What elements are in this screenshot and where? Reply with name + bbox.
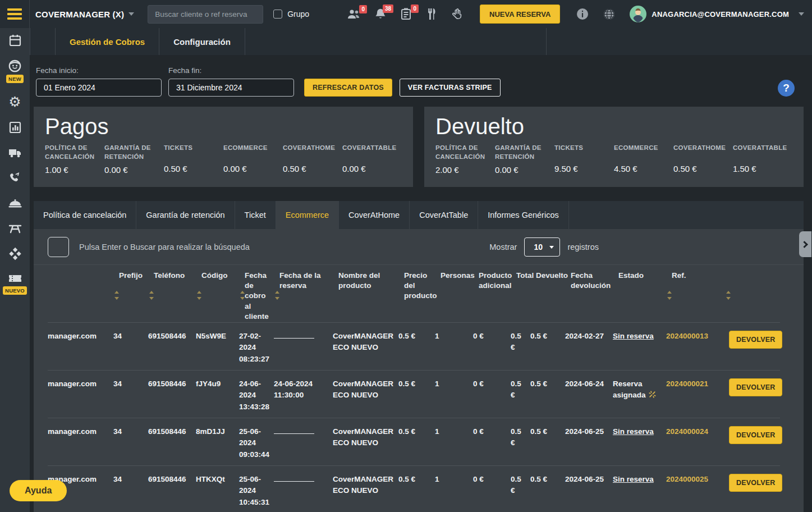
grupo-checkbox[interactable] bbox=[273, 10, 282, 19]
devolver-button[interactable]: DEVOLVER bbox=[729, 331, 782, 349]
payments-table: PrefijoTeléfonoCódigoFecha de cobro al c… bbox=[48, 265, 780, 512]
sort-icon[interactable] bbox=[240, 291, 246, 300]
report-tabs: Política de cancelación Garantía de rete… bbox=[34, 201, 804, 229]
sort-icon[interactable] bbox=[275, 291, 281, 300]
col-label: Nombre del producto bbox=[333, 271, 394, 291]
sidebar-item-calendar[interactable] bbox=[0, 34, 30, 47]
ref-link[interactable]: 2024000024 bbox=[666, 427, 708, 436]
table-search-input[interactable] bbox=[48, 237, 69, 257]
report-tab[interactable]: Política de cancelación bbox=[34, 201, 136, 229]
cell-personas: 1 bbox=[435, 418, 473, 465]
report-tab-label: Garantía de retención bbox=[146, 211, 224, 220]
sidebar-item-tickets[interactable]: NUEVO bbox=[0, 272, 30, 295]
report-panel: Política de cancelación Garantía de rete… bbox=[34, 201, 804, 512]
info-button[interactable] bbox=[576, 8, 589, 20]
fecha-inicio-input[interactable] bbox=[36, 79, 162, 97]
col-header-prefijo[interactable]: Prefijo bbox=[113, 265, 148, 322]
ref-link[interactable]: 2024000013 bbox=[666, 332, 708, 340]
cell-ref: 2024000013 bbox=[666, 323, 725, 370]
help-button[interactable]: ? bbox=[778, 80, 795, 97]
stat-value: 0.00 € bbox=[495, 165, 550, 175]
page-size-select[interactable]: 10 bbox=[524, 237, 560, 257]
summary-panels: Pagos POLÍTICA DE CANCELACIÓN 1.00 € GAR… bbox=[34, 107, 804, 187]
estado-link[interactable]: Reserva asignada bbox=[613, 380, 646, 399]
user-menu[interactable]: ANAGARCIA@COVERMANAGER.COM bbox=[630, 6, 804, 22]
stat-label: POLÍTICA DE CANCELACIÓN bbox=[435, 144, 490, 161]
sidebar-item-integrations[interactable] bbox=[0, 247, 30, 260]
report-tab[interactable]: Ticket bbox=[235, 201, 276, 229]
sidebar-item-delivery[interactable] bbox=[0, 146, 30, 159]
restaurant-button[interactable] bbox=[426, 8, 437, 20]
menu-button[interactable] bbox=[0, 0, 30, 28]
ver-facturas-stripe-button[interactable]: VER FACTURAS STRIPE bbox=[400, 79, 501, 97]
sort-icon[interactable] bbox=[197, 291, 203, 300]
mostrar-label: Mostrar bbox=[489, 243, 517, 252]
search-hint: Pulsa Enter o Buscar para realizar la bú… bbox=[79, 243, 250, 252]
report-tab[interactable]: Garantía de retención bbox=[136, 201, 235, 229]
language-button[interactable] bbox=[603, 8, 616, 21]
sort-icon[interactable] bbox=[114, 291, 120, 300]
col-header-fecha_cobro[interactable]: Fecha de cobro al cliente bbox=[239, 265, 274, 322]
cell-prefijo: 34 bbox=[113, 371, 148, 418]
report-tab[interactable]: Informes Genéricos bbox=[478, 201, 569, 229]
report-tab[interactable]: Ecommerce bbox=[276, 201, 339, 229]
sidebar-item-settings[interactable]: ⚙ bbox=[0, 95, 30, 109]
report-tab[interactable]: CoverAtHome bbox=[339, 201, 410, 229]
service-button[interactable] bbox=[451, 8, 464, 20]
estado-link[interactable]: Sin reserva bbox=[613, 475, 654, 483]
col-header-telefono[interactable]: Teléfono bbox=[148, 265, 196, 322]
devolver-button[interactable]: DEVOLVER bbox=[729, 426, 782, 444]
grupo-toggle[interactable]: Grupo bbox=[273, 10, 309, 19]
cell-personas: 1 bbox=[435, 466, 473, 512]
col-header-codigo[interactable]: Código bbox=[196, 265, 239, 322]
sort-icon[interactable] bbox=[667, 291, 673, 300]
chevron-down-icon bbox=[129, 12, 134, 16]
notifications-button[interactable]: 38 bbox=[374, 8, 387, 20]
refrescar-datos-button[interactable]: REFRESCAR DATOS bbox=[304, 79, 392, 97]
sidebar-item-calls[interactable] bbox=[0, 171, 30, 185]
stat: COVERATTABLE 0.00 € bbox=[342, 144, 402, 175]
sidebar-item-coverathome[interactable] bbox=[0, 196, 30, 210]
page-tab[interactable]: Configuración bbox=[159, 28, 245, 55]
col-header-fecha_devolucion: Fecha devolución bbox=[565, 265, 613, 322]
sidebar-item-covermanager[interactable]: NEW bbox=[0, 59, 30, 83]
restaurant-selector[interactable]: COVERMANAGER (X) bbox=[35, 10, 134, 19]
sidebar-item-coverattable[interactable] bbox=[0, 222, 30, 235]
report-tab[interactable]: CoverAtTable bbox=[410, 201, 478, 229]
user-email: ANAGARCIA@COVERMANAGER.COM bbox=[652, 10, 789, 19]
ref-link[interactable]: 2024000025 bbox=[666, 475, 708, 483]
cell-total: 0.5 € bbox=[511, 371, 530, 418]
sort-icon[interactable] bbox=[149, 291, 155, 300]
fecha-fin-input[interactable] bbox=[168, 79, 294, 97]
ref-link[interactable]: 2024000021 bbox=[666, 380, 708, 388]
stat-value: 2.00 € bbox=[435, 165, 490, 175]
side-panel-handle[interactable] bbox=[799, 231, 811, 257]
stat-value: 0.00 € bbox=[104, 165, 159, 175]
col-header-ref[interactable]: Ref. bbox=[666, 265, 725, 322]
page-tab[interactable]: Gestión de Cobros bbox=[55, 28, 159, 55]
waitlist-button[interactable]: 0 bbox=[401, 8, 412, 20]
nueva-reserva-button[interactable]: NUEVA RESERVA bbox=[480, 4, 560, 24]
estado-link[interactable]: Sin reserva bbox=[613, 332, 654, 340]
col-header-fecha_reserva[interactable]: Fecha de la reserva bbox=[274, 265, 333, 322]
truck-icon bbox=[8, 146, 22, 159]
unlink-icon bbox=[648, 390, 657, 402]
tabs-spacer bbox=[245, 28, 547, 55]
fecha-fin-label: Fecha fin: bbox=[168, 66, 294, 75]
client-search-input[interactable] bbox=[148, 5, 263, 24]
sidebar-item-reports[interactable] bbox=[0, 121, 30, 134]
ayuda-button[interactable]: Ayuda bbox=[10, 480, 67, 501]
cell-fecha_devolucion: 2024-02-27 bbox=[565, 323, 613, 370]
clients-button[interactable]: 0 bbox=[347, 8, 360, 20]
sort-icon[interactable] bbox=[726, 291, 732, 300]
stat-value: 0.50 € bbox=[673, 164, 728, 173]
devolver-button[interactable]: DEVOLVER bbox=[729, 378, 782, 396]
estado-link[interactable]: Sin reserva bbox=[613, 427, 654, 436]
col-header-accion[interactable] bbox=[725, 265, 780, 322]
table-icon bbox=[8, 222, 22, 235]
table-row: manager.com34691508446HTKXQt25-06-2024 1… bbox=[48, 466, 780, 512]
stat: ECOMMERCE 4.50 € bbox=[614, 144, 673, 175]
devolver-button[interactable]: DEVOLVER bbox=[729, 474, 782, 492]
stat: POLÍTICA DE CANCELACIÓN 1.00 € bbox=[45, 144, 104, 175]
stat-label: GARANTÍA DE RETENCIÓN bbox=[495, 144, 550, 161]
